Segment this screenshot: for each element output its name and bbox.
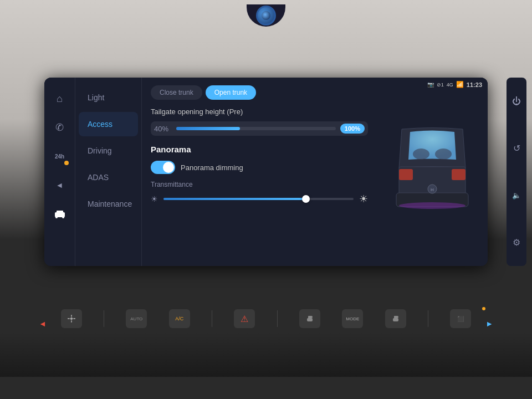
auto-control[interactable]: AUTO bbox=[126, 309, 147, 328]
svg-point-19 bbox=[396, 316, 398, 318]
sidebar-icon-time[interactable]: 24h bbox=[48, 144, 72, 168]
sun-icon-right: ☀ bbox=[359, 193, 368, 205]
panorama-dimming-label: Panorama dimming bbox=[181, 163, 243, 172]
sidebar-icon-home[interactable]: ⌂ bbox=[48, 86, 72, 111]
transmittance-row: ☀ ☀ bbox=[151, 193, 368, 205]
refresh-button[interactable]: ↺ bbox=[508, 140, 525, 157]
height-max-badge: 100% bbox=[340, 124, 365, 134]
volume-button[interactable]: 🔈 bbox=[508, 187, 525, 204]
bottom-controls-bar: AUTO A/C ⚠ MODE ⬛ bbox=[44, 305, 488, 332]
nav-item-adas[interactable]: ADAS bbox=[79, 165, 138, 190]
settings-button[interactable]: ⚙ bbox=[508, 234, 525, 252]
divider-3 bbox=[277, 310, 278, 327]
transmittance-fill bbox=[163, 198, 306, 200]
svg-rect-1 bbox=[57, 211, 63, 213]
content-area: Close trunk Open trunk Tailgate opening … bbox=[142, 78, 377, 266]
fan-control[interactable] bbox=[61, 309, 82, 328]
seat-heat-left[interactable] bbox=[299, 309, 320, 328]
sun-icon-left: ☀ bbox=[151, 195, 158, 203]
height-slider-fill bbox=[176, 127, 240, 130]
sidebar-icon-car[interactable] bbox=[48, 202, 72, 226]
right-panel: 📷 ⊘1 4G 📶 11:23 bbox=[377, 78, 488, 266]
svg-text:H: H bbox=[431, 187, 434, 192]
sidebar-icon-nav[interactable]: ◄ bbox=[48, 173, 72, 197]
transmittance-label: Transmittance bbox=[151, 181, 368, 188]
camera-bump bbox=[247, 4, 285, 27]
sidebar-icons: ⌂ ✆ 24h ◄ bbox=[44, 78, 75, 266]
divider-2 bbox=[212, 310, 212, 327]
svg-point-12 bbox=[399, 202, 466, 209]
nav-item-driving[interactable]: Driving bbox=[79, 139, 138, 163]
panorama-heading: Panorama bbox=[151, 145, 368, 154]
panorama-dimming-toggle[interactable] bbox=[151, 161, 175, 174]
mode-control[interactable]: MODE bbox=[342, 309, 363, 328]
height-slider-track[interactable] bbox=[176, 127, 336, 130]
sidebar-icon-phone[interactable]: ✆ bbox=[48, 115, 72, 140]
svg-point-5 bbox=[435, 149, 452, 160]
nav-menu: Light Access Driving ADAS Maintenance bbox=[75, 78, 142, 266]
tailgate-title: Tailgate opening height (Pre) bbox=[151, 108, 368, 116]
svg-rect-8 bbox=[399, 169, 413, 180]
height-current-value: 40% bbox=[154, 125, 172, 133]
svg-point-16 bbox=[310, 316, 313, 318]
transmittance-slider[interactable] bbox=[163, 198, 354, 200]
toggle-row: Panorama dimming bbox=[151, 161, 368, 174]
svg-point-2 bbox=[55, 216, 58, 218]
divider-4 bbox=[428, 310, 428, 327]
tab-close-trunk[interactable]: Close trunk bbox=[151, 85, 202, 100]
nav-item-access[interactable]: Access bbox=[79, 112, 138, 136]
transmittance-thumb bbox=[302, 195, 310, 203]
dashboard-bottom bbox=[0, 332, 532, 377]
ac-control[interactable]: A/C bbox=[169, 309, 190, 328]
nav-item-maintenance[interactable]: Maintenance bbox=[79, 192, 138, 216]
nav-item-light[interactable]: Light bbox=[79, 85, 138, 110]
right-controls-panel: ⏻ ↺ 🔈 ⚙ bbox=[507, 78, 526, 266]
power-button[interactable]: ⏻ bbox=[508, 93, 525, 110]
camera-lens bbox=[256, 6, 276, 25]
left-arrow-indicator: ◄ bbox=[39, 319, 47, 328]
divider-1 bbox=[104, 310, 104, 327]
svg-point-13 bbox=[70, 318, 73, 320]
hazard-button[interactable]: ⚠ bbox=[234, 309, 255, 328]
svg-rect-9 bbox=[452, 169, 466, 180]
svg-point-3 bbox=[62, 216, 64, 218]
tab-row: Close trunk Open trunk bbox=[151, 85, 368, 100]
seat-heat-right[interactable] bbox=[385, 309, 406, 328]
badge-indicator bbox=[64, 161, 69, 165]
main-screen: ⌂ ✆ 24h ◄ Light Access Driving ADAS bbox=[44, 78, 488, 266]
tab-open-trunk[interactable]: Open trunk bbox=[206, 85, 256, 100]
sidebar-time-label: 24h bbox=[55, 154, 64, 160]
camera-inner bbox=[262, 11, 270, 20]
toggle-knob bbox=[163, 162, 174, 173]
height-slider-row: 40% 100% bbox=[151, 121, 368, 136]
end-control[interactable]: ⬛ bbox=[450, 309, 471, 328]
svg-point-4 bbox=[413, 149, 429, 160]
car-rear-view: H bbox=[377, 78, 488, 266]
car-background: ⌂ ✆ 24h ◄ Light Access Driving ADAS bbox=[0, 0, 532, 399]
right-arrow-indicator: ► bbox=[485, 319, 493, 328]
